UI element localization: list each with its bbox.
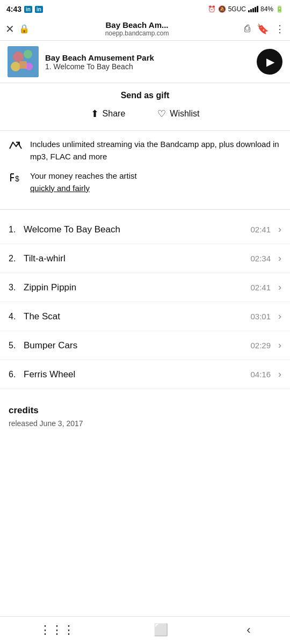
credits-preview: released June 3, 2017 (9, 419, 281, 428)
navigation-bar: ⋮⋮⋮ ⬜ ‹ (0, 616, 290, 644)
share-icon[interactable]: ⎙ (244, 23, 250, 34)
track-row[interactable]: 3. Zippin Pippin 02:41 › (0, 273, 290, 302)
music-header: Bay Beach Amusement Park 1. Welcome To B… (0, 41, 290, 83)
svg-text:$: $ (15, 174, 19, 183)
alarm-icon: ⏰ (208, 5, 216, 13)
track-duration: 02:41 (250, 225, 271, 234)
track-number: 2. (9, 254, 24, 264)
svg-point-1 (13, 52, 24, 62)
money-text: Your money reaches the artist quickly an… (30, 170, 137, 194)
mute-icon: 🔕 (218, 5, 226, 13)
browser-title: Bay Beach Am... (106, 20, 169, 30)
track-chevron-icon: › (278, 253, 281, 264)
gift-title: Send as gift (0, 91, 290, 100)
track-row[interactable]: 4. The Scat 03:01 › (0, 302, 290, 331)
linkedin-icon-2: in (35, 6, 43, 13)
play-icon: ▶ (266, 55, 274, 68)
album-name: Bay Beach Amusement Park (45, 53, 250, 62)
track-chevron-icon: › (278, 340, 281, 351)
track-row[interactable]: 2. Tilt-a-whirl 02:34 › (0, 244, 290, 273)
track-chevron-icon: › (278, 224, 281, 235)
url-area: Bay Beach Am... noepp.bandcamp.com (34, 20, 240, 37)
credits-section: credits released June 3, 2017 (0, 394, 290, 433)
share-upload-icon: ⬆ (91, 108, 99, 120)
track-row[interactable]: 1. Welcome To Bay Beach 02:41 › (0, 215, 290, 244)
track-duration: 03:01 (250, 312, 271, 321)
toolbar-actions: ⎙ 🔖 ⋮ (244, 23, 285, 35)
track-name: Welcome To Bay Beach (24, 224, 250, 235)
browser-url: noepp.bandcamp.com (105, 30, 169, 37)
bookmark-icon[interactable]: 🔖 (257, 23, 269, 35)
wishlist-label: Wishlist (170, 109, 199, 119)
track-number: 5. (9, 341, 24, 350)
album-art (8, 46, 39, 77)
heart-icon: ♡ (157, 108, 166, 120)
info-section: Includes unlimited streaming via the Ban… (0, 131, 290, 210)
track-number: 1. (9, 225, 24, 235)
svg-rect-5 (19, 61, 27, 69)
streaming-icon (9, 139, 24, 155)
status-bar: 4:43 in in ⏰ 🔕 5GUC 84% 🔋 (0, 0, 290, 17)
track-row[interactable]: 6. Ferris Wheel 04:16 › (0, 360, 290, 389)
track-number: 6. (9, 370, 24, 379)
wishlist-button[interactable]: ♡ Wishlist (157, 108, 199, 120)
nav-home-icon[interactable]: ⬜ (154, 623, 168, 637)
nav-menu-icon[interactable]: ⋮⋮⋮ (39, 623, 75, 637)
music-info: Bay Beach Amusement Park 1. Welcome To B… (45, 53, 250, 71)
status-time: 4:43 (6, 5, 21, 13)
gift-section: Send as gift ⬆ Share ♡ Wishlist (0, 83, 290, 131)
track-chevron-icon: › (278, 282, 281, 293)
play-button[interactable]: ▶ (257, 49, 282, 75)
track-name: Bumper Cars (24, 340, 250, 351)
money-icon: $ (9, 171, 24, 187)
track-chevron-icon: › (278, 369, 281, 380)
tracklist: 1. Welcome To Bay Beach 02:41 › 2. Tilt-… (0, 210, 290, 394)
track-name: Tilt-a-whirl (24, 253, 250, 264)
battery-label: 84% (260, 5, 273, 13)
share-label: Share (103, 109, 126, 119)
track-chevron-icon: › (278, 311, 281, 322)
network-label: 5GUC (228, 5, 246, 13)
battery-icon: 🔋 (276, 5, 284, 13)
credits-title: credits (9, 405, 281, 416)
signal-bars (248, 6, 258, 12)
track-name: The Scat (24, 311, 250, 322)
track-row[interactable]: 5. Bumper Cars 02:29 › (0, 331, 290, 360)
gift-actions: ⬆ Share ♡ Wishlist (0, 108, 290, 120)
nav-back-icon[interactable]: ‹ (247, 623, 250, 637)
track-name: Zippin Pippin (24, 282, 250, 293)
track-duration: 02:41 (250, 283, 271, 292)
money-info-row: $ Your money reaches the artist quickly … (9, 170, 281, 194)
streaming-text: Includes unlimited streaming via the Ban… (30, 138, 281, 163)
streaming-info-row: Includes unlimited streaming via the Ban… (9, 138, 281, 163)
track-number: 4. (9, 312, 24, 321)
browser-toolbar: ✕ 🔒 Bay Beach Am... noepp.bandcamp.com ⎙… (0, 17, 290, 41)
linkedin-icon-1: in (24, 6, 32, 13)
track-number: 3. (9, 283, 24, 292)
track-duration: 04:16 (250, 370, 271, 379)
track-duration: 02:29 (250, 341, 271, 350)
current-track: 1. Welcome To Bay Beach (45, 62, 250, 71)
money-link[interactable]: quickly and fairly (30, 184, 90, 193)
track-duration: 02:34 (250, 254, 271, 263)
share-button[interactable]: ⬆ Share (91, 108, 126, 120)
album-art-image (8, 46, 39, 77)
close-button[interactable]: ✕ (5, 24, 15, 34)
svg-point-2 (24, 50, 32, 58)
lock-icon: 🔒 (19, 24, 30, 34)
track-name: Ferris Wheel (24, 369, 250, 380)
svg-point-3 (11, 62, 20, 71)
more-options-icon[interactable]: ⋮ (275, 23, 285, 35)
